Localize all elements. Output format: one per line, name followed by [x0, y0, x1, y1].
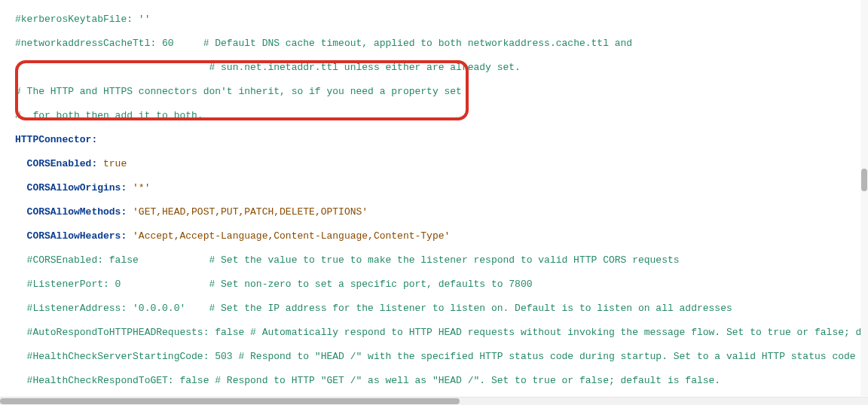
code-line: #CORSEnabled: false # Set the value to t…: [15, 254, 868, 266]
code-line: #AutoRespondToHTTPHEADRequests: false # …: [15, 327, 868, 339]
vertical-scrollbar-track[interactable]: [860, 0, 868, 396]
code-line: #ListenerAddress: '0.0.0.0' # Set the IP…: [15, 303, 868, 315]
code-line: # for both then add it to both.: [15, 110, 868, 122]
horizontal-scrollbar-track[interactable]: [0, 397, 868, 405]
code-line: # sun.net.inetaddr.ttl unless either are…: [15, 62, 868, 74]
code-line: # The HTTP and HTTPS connectors don't in…: [15, 86, 868, 98]
code-line: #networkaddressCacheTtl: 60 # Default DN…: [15, 38, 868, 50]
code-area[interactable]: #kerberosKeytabFile: '' #networkaddressC…: [0, 0, 868, 396]
code-line: HTTPConnector:: [15, 134, 868, 146]
code-line-cors-methods: CORSAllowMethods: 'GET,HEAD,POST,PUT,PAT…: [15, 206, 868, 218]
vertical-scrollbar-thumb[interactable]: [861, 169, 867, 191]
code-line: #HealthCheckServerStartingCode: 503 # Re…: [15, 351, 868, 363]
code-line-cors-enabled: CORSEnabled: true: [15, 158, 868, 170]
horizontal-scrollbar-thumb[interactable]: [0, 398, 460, 404]
code-editor-viewport: #kerberosKeytabFile: '' #networkaddressC…: [0, 0, 868, 405]
code-line: #ListenerPort: 0 # Set non-zero to set a…: [15, 279, 868, 291]
code-line: #HealthCheckRespondToGET: false # Respon…: [15, 375, 868, 387]
code-line-cors-headers: CORSAllowHeaders: 'Accept,Accept-Languag…: [15, 230, 868, 242]
code-line: #kerberosKeytabFile: '': [15, 14, 868, 26]
code-line-cors-origins: CORSAllowOrigins: '*': [15, 182, 868, 194]
